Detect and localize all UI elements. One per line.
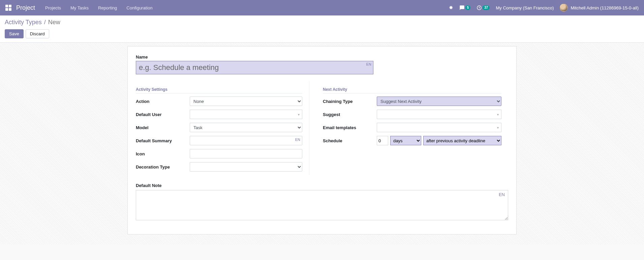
field-chaining-type: Chaining Type Suggest Next Activity	[323, 96, 501, 106]
default-summary-input[interactable]	[190, 136, 302, 145]
label-default-user: Default User	[136, 112, 190, 117]
label-chaining-type: Chaining Type	[323, 99, 377, 104]
name-lang-badge[interactable]: EN	[366, 62, 371, 66]
nav-left: Project Projects My Tasks Reporting Conf…	[5, 4, 153, 11]
two-column-layout: Activity Settings Action None Default Us…	[136, 81, 508, 175]
name-label: Name	[136, 54, 508, 60]
summary-lang-badge[interactable]: EN	[295, 138, 300, 142]
field-default-summary: Default Summary EN	[136, 136, 302, 146]
apps-icon[interactable]	[5, 5, 11, 11]
breadcrumb: Activity Types / New	[5, 19, 639, 26]
default-note-wrap: EN	[136, 190, 508, 221]
messages-icon[interactable]: 5	[459, 5, 471, 10]
model-select[interactable]: Task	[190, 123, 302, 132]
email-templates-input[interactable]	[377, 123, 494, 132]
app-brand[interactable]: Project	[16, 4, 35, 11]
label-default-note: Default Note	[136, 183, 508, 188]
nav-menu-configuration[interactable]: Configuration	[126, 5, 152, 10]
label-action: Action	[136, 99, 190, 104]
nav-menu: Projects My Tasks Reporting Configuratio…	[45, 5, 153, 10]
icon-input[interactable]	[190, 149, 302, 158]
note-lang-badge[interactable]: EN	[499, 192, 505, 197]
discard-button[interactable]: Discard	[26, 29, 49, 38]
field-email-templates: Email templates ▾	[323, 122, 501, 133]
field-suggest: Suggest ▾	[323, 109, 501, 119]
nav-menu-mytasks[interactable]: My Tasks	[70, 5, 89, 10]
form-sheet: Name EN Activity Settings Action None	[127, 46, 517, 234]
next-activity-title: Next Activity	[323, 87, 501, 94]
activity-settings-title: Activity Settings	[136, 87, 302, 94]
breadcrumb-sep: /	[44, 19, 46, 26]
field-icon: Icon	[136, 149, 302, 159]
suggest-dropdown-icon[interactable]: ▾	[494, 110, 501, 119]
label-schedule: Schedule	[323, 138, 377, 143]
label-default-summary: Default Summary	[136, 138, 190, 143]
user-name: Mitchell Admin (11286969-15-0-all)	[571, 5, 639, 10]
field-schedule: Schedule days after previous activity de…	[323, 136, 501, 146]
field-default-user: Default User ▾	[136, 109, 302, 119]
top-navbar: Project Projects My Tasks Reporting Conf…	[0, 0, 644, 15]
default-user-dropdown-icon[interactable]: ▾	[295, 110, 302, 119]
breadcrumb-current: New	[48, 19, 60, 26]
label-suggest: Suggest	[323, 112, 377, 117]
field-action: Action None	[136, 96, 302, 106]
nav-menu-projects[interactable]: Projects	[45, 5, 61, 10]
action-select[interactable]: None	[190, 97, 302, 106]
name-input-wrap: EN	[136, 61, 373, 74]
label-decoration-type: Decoration Type	[136, 164, 190, 170]
debug-icon[interactable]: ✸	[449, 5, 453, 11]
schedule-unit-select[interactable]: days	[390, 136, 421, 145]
label-email-templates: Email templates	[323, 125, 377, 130]
field-decoration-type: Decoration Type	[136, 162, 302, 172]
user-menu[interactable]: Mitchell Admin (11286969-15-0-all)	[560, 4, 639, 12]
email-templates-dropdown-icon[interactable]: ▾	[494, 123, 501, 132]
sheet-background: Name EN Activity Settings Action None	[0, 43, 644, 245]
breadcrumb-parent[interactable]: Activity Types	[5, 19, 42, 26]
default-note-textarea[interactable]	[136, 190, 508, 220]
schedule-count-input[interactable]	[377, 136, 388, 145]
nav-menu-reporting[interactable]: Reporting	[98, 5, 117, 10]
control-bar: Activity Types / New Save Discard	[0, 15, 644, 43]
next-activity-col: Next Activity Chaining Type Suggest Next…	[323, 81, 508, 175]
activities-badge: 37	[483, 5, 490, 10]
avatar	[560, 4, 568, 12]
label-model: Model	[136, 125, 190, 130]
company-switcher[interactable]: My Company (San Francisco)	[496, 5, 554, 10]
chaining-type-select[interactable]: Suggest Next Activity	[377, 97, 501, 106]
form-buttons: Save Discard	[5, 29, 639, 38]
messages-badge: 5	[465, 5, 471, 10]
field-model: Model Task	[136, 122, 302, 133]
default-user-input[interactable]	[190, 110, 295, 119]
name-input[interactable]	[136, 61, 373, 74]
activities-icon[interactable]: 37	[477, 5, 490, 10]
activity-settings-col: Activity Settings Action None Default Us…	[136, 81, 309, 175]
nav-right: ✸ 5 37 My Company (San Francisco) Mitche…	[449, 4, 639, 12]
suggest-input[interactable]	[377, 110, 494, 119]
schedule-from-select[interactable]: after previous activity deadline	[423, 136, 501, 145]
decoration-type-select[interactable]	[190, 162, 302, 172]
save-button[interactable]: Save	[5, 29, 24, 38]
label-icon: Icon	[136, 151, 190, 156]
